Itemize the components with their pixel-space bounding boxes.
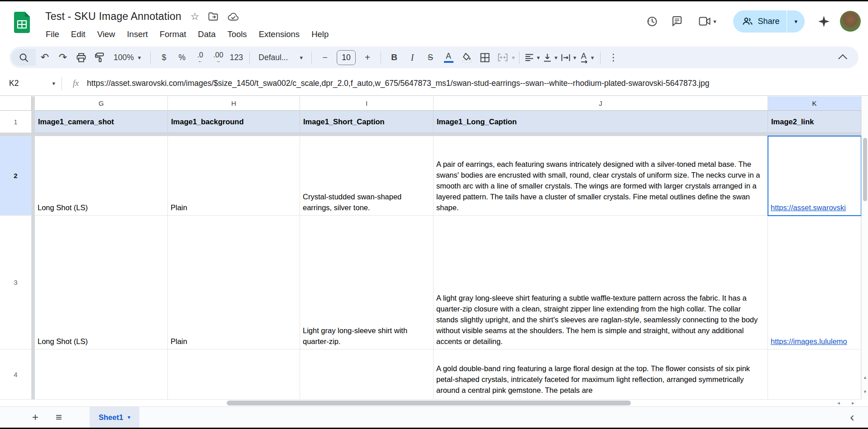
column-header-K[interactable]: K bbox=[768, 96, 861, 111]
borders-button[interactable] bbox=[476, 49, 494, 66]
cell-J2[interactable]: A pair of earrings, each featuring swans… bbox=[434, 136, 768, 216]
cell-G4[interactable] bbox=[35, 349, 168, 400]
camera-dropdown-icon[interactable]: ▾ bbox=[713, 18, 716, 25]
menu-edit[interactable]: Edit bbox=[65, 27, 91, 42]
version-history-icon[interactable] bbox=[639, 10, 664, 32]
star-icon[interactable]: ☆ bbox=[191, 11, 200, 23]
tab-sheet1[interactable]: Sheet1 ▾ bbox=[90, 407, 139, 428]
paint-format-button[interactable] bbox=[90, 49, 108, 66]
number-format-button[interactable]: 123 bbox=[227, 49, 245, 66]
cell-J4[interactable]: A gold double-band ring featuring a larg… bbox=[434, 349, 768, 400]
horizontal-scrollbar[interactable]: ◂ ▸ bbox=[0, 400, 868, 406]
cell-G1[interactable]: Image1_camera_shot bbox=[35, 111, 168, 133]
italic-button[interactable]: I bbox=[403, 49, 421, 66]
font-select[interactable]: Defaul...▾ bbox=[254, 53, 307, 62]
menu-file[interactable]: File bbox=[40, 27, 65, 42]
cell-I4[interactable] bbox=[300, 349, 434, 400]
cell-K2[interactable]: https://asset.swarovski bbox=[768, 136, 861, 216]
share-button[interactable]: Share ▾ bbox=[733, 10, 805, 33]
scroll-up-button[interactable]: ▴ bbox=[862, 371, 868, 383]
column-header-I[interactable]: I bbox=[300, 96, 434, 111]
row-header-3[interactable]: 3 bbox=[0, 216, 32, 349]
collapse-toolbar-button[interactable] bbox=[835, 49, 853, 66]
row-header-2[interactable]: 2 bbox=[0, 136, 32, 216]
scroll-left-button[interactable]: ◂ bbox=[833, 400, 844, 406]
cell-G3[interactable]: Long Shot (LS) bbox=[35, 216, 168, 349]
show-side-panel-button[interactable]: ‹ bbox=[836, 407, 868, 428]
horizontal-scrollbar-thumb[interactable] bbox=[227, 401, 631, 405]
increase-font-size-button[interactable]: + bbox=[358, 49, 377, 66]
undo-button[interactable]: ↶ bbox=[36, 49, 54, 66]
vertical-scrollbar[interactable]: ▴ ▾ bbox=[861, 96, 868, 400]
select-all-corner[interactable] bbox=[0, 96, 32, 111]
text-color-button[interactable]: A bbox=[439, 49, 458, 66]
cell-H4[interactable] bbox=[168, 349, 300, 400]
move-to-folder-icon[interactable] bbox=[208, 12, 219, 21]
font-size-input[interactable]: 10 bbox=[337, 50, 356, 65]
row-header-1[interactable]: 1 bbox=[0, 111, 32, 133]
format-percent-button[interactable]: % bbox=[173, 49, 191, 66]
menu-insert[interactable]: Insert bbox=[121, 27, 153, 42]
format-currency-button[interactable]: $ bbox=[155, 49, 173, 66]
menu-tools[interactable]: Tools bbox=[221, 27, 253, 42]
comments-icon[interactable] bbox=[664, 10, 690, 32]
bold-button[interactable]: B bbox=[385, 49, 403, 66]
menu-help[interactable]: Help bbox=[305, 27, 334, 42]
cloud-saved-icon[interactable] bbox=[228, 13, 239, 21]
scroll-down-button[interactable]: ▾ bbox=[862, 386, 868, 397]
cell-J1[interactable]: Image1_Long_Caption bbox=[434, 111, 768, 133]
sheet-tab-label: Sheet1 bbox=[99, 413, 123, 422]
text-rotation-button[interactable]: A ▾ bbox=[578, 49, 596, 66]
account-avatar[interactable] bbox=[840, 11, 861, 32]
search-menus-button[interactable] bbox=[11, 49, 36, 66]
sheets-logo-icon[interactable] bbox=[14, 12, 30, 33]
menu-format[interactable]: Format bbox=[154, 27, 192, 42]
cell-I1[interactable]: Image1_Short_Caption bbox=[300, 111, 434, 133]
more-toolbar-button[interactable]: ⋮ bbox=[605, 49, 623, 66]
formula-input[interactable]: https://asset.swarovski.com/images/$size… bbox=[87, 79, 868, 88]
merge-cells-button[interactable] bbox=[494, 49, 512, 66]
cell-I2[interactable]: Crystal-studded swan-shaped earrings, si… bbox=[300, 136, 434, 216]
sheet-tab-dropdown-icon[interactable]: ▾ bbox=[128, 414, 130, 420]
all-sheets-button[interactable]: ≡ bbox=[47, 407, 71, 428]
name-box[interactable]: K2 ▾ bbox=[0, 79, 62, 88]
cell-K2-link[interactable]: https://asset.swarovski bbox=[771, 202, 846, 213]
share-dropdown-button[interactable]: ▾ bbox=[787, 10, 805, 33]
meet-camera-button[interactable]: ▾ bbox=[690, 17, 725, 26]
cell-K3-link[interactable]: https://images.lululemo bbox=[771, 336, 847, 347]
column-header-G[interactable]: G bbox=[35, 96, 168, 111]
cell-K1[interactable]: Image2_link bbox=[768, 111, 861, 133]
decrease-decimal-button[interactable]: .0← bbox=[191, 49, 209, 66]
merge-dropdown-icon[interactable]: ▾ bbox=[512, 54, 515, 61]
row-header-4[interactable]: 4 bbox=[0, 349, 32, 400]
decrease-font-size-button[interactable]: − bbox=[316, 49, 334, 66]
document-title[interactable]: Test - SKU Image Annotation bbox=[45, 10, 181, 23]
cell-G2[interactable]: Long Shot (LS) bbox=[35, 136, 168, 216]
strikethrough-button[interactable]: S bbox=[421, 49, 439, 66]
menu-data[interactable]: Data bbox=[192, 27, 221, 42]
zoom-select[interactable]: 100%▾ bbox=[108, 53, 146, 62]
text-wrap-button[interactable]: ▾ bbox=[560, 49, 578, 66]
fill-color-button[interactable] bbox=[458, 49, 476, 66]
add-sheet-button[interactable]: + bbox=[24, 407, 47, 428]
cell-K3[interactable]: https://images.lululemo bbox=[768, 216, 861, 349]
scroll-right-button[interactable]: ▸ bbox=[847, 400, 859, 406]
redo-button[interactable]: ↷ bbox=[54, 49, 72, 66]
print-button[interactable] bbox=[72, 49, 90, 66]
gemini-sparkle-icon[interactable] bbox=[812, 15, 835, 28]
increase-decimal-button[interactable]: .00→ bbox=[209, 49, 227, 66]
name-box-dropdown-icon[interactable]: ▾ bbox=[52, 80, 55, 87]
menu-view[interactable]: View bbox=[91, 27, 121, 42]
cell-H3[interactable]: Plain bbox=[168, 216, 300, 349]
vertical-scrollbar-thumb[interactable] bbox=[863, 138, 867, 201]
vertical-align-button[interactable]: ▾ bbox=[542, 49, 560, 66]
cell-H1[interactable]: Image1_background bbox=[168, 111, 300, 133]
cell-J3[interactable]: A light gray long-sleeve shirt featuring… bbox=[434, 216, 768, 349]
column-header-H[interactable]: H bbox=[168, 96, 300, 111]
cell-I3[interactable]: Light gray long-sleeve shirt with quarte… bbox=[300, 216, 434, 349]
cell-H2[interactable]: Plain bbox=[168, 136, 300, 216]
menu-extensions[interactable]: Extensions bbox=[253, 27, 306, 42]
column-header-J[interactable]: J bbox=[434, 96, 768, 111]
horizontal-align-button[interactable]: ▾ bbox=[524, 49, 542, 66]
cell-K4[interactable] bbox=[768, 349, 861, 400]
